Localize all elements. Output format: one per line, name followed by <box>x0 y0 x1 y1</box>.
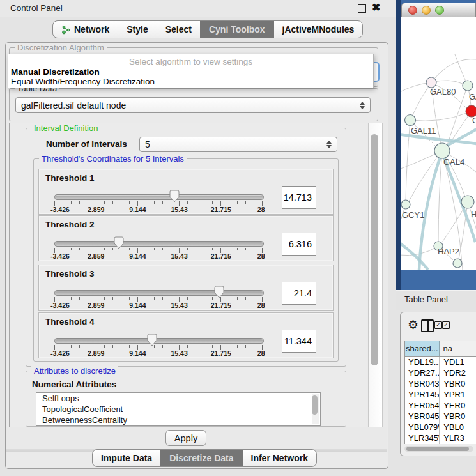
tab-label: Discretize Data <box>169 453 233 463</box>
cell-name[interactable]: YDL1 <box>440 357 476 367</box>
thresholds-section-title: Threshold's Coordinates for 5 Intervals <box>39 154 187 164</box>
split-view-icon[interactable] <box>421 319 434 332</box>
table-row[interactable]: YER054CYER0 <box>405 400 476 411</box>
table-row[interactable]: YBR043CYBR0 <box>405 378 476 389</box>
table-row[interactable]: YBR045CYBR0 <box>405 411 476 422</box>
table-row[interactable]: YBL079WYBL0 <box>405 422 476 433</box>
tick-label: 15.43 <box>171 302 187 309</box>
table-row[interactable]: YDR27...YDR2 <box>405 367 476 378</box>
tab-impute-data[interactable]: Impute Data <box>93 450 160 466</box>
tick-label: 28 <box>257 349 265 357</box>
cell-name[interactable]: YIL0 <box>440 443 476 444</box>
svg-text:GAL11: GAL11 <box>411 126 436 135</box>
tab-style[interactable]: Style <box>118 21 156 38</box>
table-header-row[interactable]: shared... na <box>405 341 476 357</box>
cell-name[interactable]: YBR0 <box>440 411 476 422</box>
tab-label: Network <box>74 24 109 35</box>
minimize-traffic-light-icon[interactable] <box>422 6 431 15</box>
number-of-intervals-combobox[interactable]: 5 <box>139 137 337 152</box>
tab-label: jActiveMNodules <box>282 24 355 35</box>
algorithm-option[interactable]: Equal Width/Frequency Discretization <box>11 77 155 86</box>
tab-jactivemnodules[interactable]: jActiveMNodules <box>273 21 363 38</box>
tick-label: 2.859 <box>88 302 104 309</box>
table-row[interactable]: YIL052CYIL0 <box>405 443 476 444</box>
slider-track[interactable] <box>54 290 264 296</box>
slider-track[interactable] <box>54 338 264 344</box>
slider-thumb[interactable] <box>214 286 224 298</box>
cell-shared-name[interactable]: YBR043C <box>405 378 440 389</box>
interval-definition-title: Interval Definition <box>31 123 100 133</box>
attribute-list-item[interactable]: SelfLoops <box>36 393 320 404</box>
threshold-panel: Threshold 2-3.4262.8599.14415.4321.71528… <box>38 215 334 261</box>
tab-discretize-data[interactable]: Discretize Data <box>160 450 242 466</box>
close-icon[interactable]: ✖ <box>372 1 380 13</box>
attributes-list[interactable]: SelfLoopsTopologicalCoefficientBetweenne… <box>36 392 321 426</box>
cell-shared-name[interactable]: YBL079W <box>405 422 440 433</box>
horizontal-scrollbar-thumb[interactable] <box>406 447 469 451</box>
cell-shared-name[interactable]: YPR145W <box>405 389 440 400</box>
slider-track[interactable] <box>54 241 264 247</box>
cell-name[interactable]: YDR2 <box>440 367 476 378</box>
cell-shared-name[interactable]: YDR27... <box>405 367 440 378</box>
tick-label: -3.426 <box>50 252 70 260</box>
threshold-label: Threshold 1 <box>45 173 95 183</box>
table-row[interactable]: YPR145WYPR1 <box>405 389 476 400</box>
threshold-value-field[interactable]: 11.344 <box>282 330 316 353</box>
tick-label: 9.144 <box>129 349 146 357</box>
list-scrollbar[interactable] <box>312 394 319 424</box>
cell-name[interactable]: YPR1 <box>440 389 476 400</box>
threshold-label: Threshold 2 <box>45 220 95 229</box>
threshold-value-field[interactable]: 6.316 <box>282 233 316 256</box>
attribute-list-item[interactable]: TopologicalCoefficient <box>36 404 320 415</box>
numerical-attributes-label: Numerical Attributes <box>32 380 116 389</box>
network-window-titlebar[interactable] <box>401 3 476 17</box>
tab-network[interactable]: Network <box>53 21 118 38</box>
number-of-intervals-label: Number of Intervals <box>46 139 127 149</box>
vertical-scrollbar-thumb[interactable] <box>371 134 378 365</box>
checkbox-icon[interactable]: ✓ <box>442 321 450 329</box>
apply-button[interactable]: Apply <box>165 430 206 446</box>
tab-infer-network[interactable]: Infer Network <box>242 450 316 466</box>
tab-select[interactable]: Select <box>157 21 200 38</box>
threshold-label: Threshold 3 <box>45 269 95 279</box>
gear-icon[interactable]: ⚙ <box>408 319 418 331</box>
threshold-value-field[interactable]: 21.4 <box>282 282 316 305</box>
slider-ticks <box>54 345 263 350</box>
slider-track[interactable] <box>54 194 264 200</box>
threshold-value-field[interactable]: 14.713 <box>282 186 316 209</box>
table-row[interactable]: YDL19...YDL1 <box>405 357 476 367</box>
attribute-list-item[interactable]: BetweennessCentrality <box>36 415 320 426</box>
cell-name[interactable]: YLR3 <box>440 433 476 443</box>
network-canvas[interactable]: GAL80GACGAL11GAL4GCY1HHAP2 <box>401 17 476 270</box>
cell-name[interactable]: YBR0 <box>440 378 476 389</box>
slider-thumb[interactable] <box>147 334 157 346</box>
cell-shared-name[interactable]: YBR045C <box>405 411 440 422</box>
column-header-shared-name[interactable]: shared... <box>405 341 440 356</box>
control-panel-title: Control Panel <box>10 3 63 13</box>
svg-text:H: H <box>471 210 476 219</box>
slider-thumb[interactable] <box>169 190 180 203</box>
tab-label: Select <box>165 24 192 35</box>
slider-thumb[interactable] <box>114 236 124 249</box>
cell-shared-name[interactable]: YLR345W <box>405 433 440 443</box>
float-window-icon[interactable] <box>358 4 366 13</box>
close-traffic-light-icon[interactable] <box>408 6 417 15</box>
checkbox-icon[interactable]: ✓ <box>434 321 442 329</box>
horizontal-scrollbar[interactable] <box>404 446 473 452</box>
threshold-label: Threshold 4 <box>45 317 95 326</box>
table-data-combobox[interactable]: galFiltered.sif default node <box>15 97 371 113</box>
network-icon <box>61 25 71 35</box>
cell-shared-name[interactable]: YER054C <box>405 400 440 411</box>
tab-cyni-toolbox[interactable]: Cyni Toolbox <box>200 21 273 38</box>
cell-name[interactable]: YER0 <box>440 400 476 411</box>
column-header-name[interactable]: na <box>440 341 476 356</box>
table-panel-body: ⚙ ✓ ✓ shared... na YDL19...YDL1YDR27...Y… <box>400 312 476 456</box>
cell-name[interactable]: YBL0 <box>440 422 476 433</box>
zoom-traffic-light-icon[interactable] <box>435 6 444 15</box>
table-row[interactable]: YLR345WYLR3 <box>405 433 476 443</box>
cell-shared-name[interactable]: YIL052C <box>405 443 440 444</box>
node-table[interactable]: shared... na YDL19...YDL1YDR27...YDR2YBR… <box>404 341 476 444</box>
cell-shared-name[interactable]: YDL19... <box>405 357 440 367</box>
algorithm-option[interactable]: Manual Discretization <box>11 67 100 77</box>
slider-ticks <box>54 248 263 253</box>
